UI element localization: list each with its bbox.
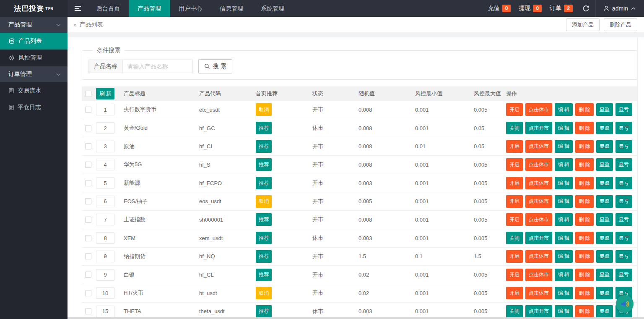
nav-info[interactable]: 信息管理 <box>211 0 252 17</box>
sidebar-item-risk-control[interactable]: 风控管理 <box>0 50 68 66</box>
nav-dashboard[interactable]: 后台首页 <box>88 0 129 17</box>
edit-button[interactable]: 编 辑 <box>555 213 573 226</box>
add-product-button[interactable]: 添加产品 <box>566 18 600 31</box>
show-loss-button[interactable]: 显亏 <box>615 140 632 153</box>
edit-button[interactable]: 编 辑 <box>555 250 573 263</box>
row-checkbox[interactable] <box>85 308 91 314</box>
show-profit-button[interactable]: 显盈 <box>596 177 613 189</box>
sort-input[interactable] <box>96 141 114 152</box>
show-loss-button[interactable]: 显亏 <box>615 122 632 134</box>
delete-button[interactable]: 删 除 <box>575 122 593 134</box>
show-loss-button[interactable]: 显亏 <box>615 103 632 116</box>
row-checkbox[interactable] <box>85 272 91 278</box>
delete-button[interactable]: 删 除 <box>575 305 593 318</box>
edit-button[interactable]: 编 辑 <box>555 232 573 244</box>
delete-product-button[interactable]: 删除产品 <box>604 18 637 31</box>
sort-input[interactable] <box>96 214 114 225</box>
delete-button[interactable]: 删 除 <box>575 103 593 116</box>
show-profit-button[interactable]: 显盈 <box>596 269 613 281</box>
delete-button[interactable]: 删 除 <box>575 287 593 299</box>
show-loss-button[interactable]: 显亏 <box>615 250 632 263</box>
row-checkbox[interactable] <box>85 143 91 149</box>
stat-orders[interactable]: 订单2 <box>550 5 573 12</box>
refresh-icon[interactable] <box>582 5 589 12</box>
show-profit-button[interactable]: 显盈 <box>596 122 613 134</box>
edit-button[interactable]: 编 辑 <box>555 287 573 299</box>
edit-button[interactable]: 编 辑 <box>555 177 573 189</box>
toggle-market-button[interactable]: 点击开市 <box>525 232 552 244</box>
recommend-badge[interactable]: 推荐 <box>256 158 272 171</box>
show-loss-button[interactable]: 显亏 <box>615 269 632 281</box>
show-profit-button[interactable]: 显盈 <box>596 195 613 208</box>
toggle-open-button[interactable]: 开启 <box>506 250 523 263</box>
sidebar-item-product-list[interactable]: 产品列表 <box>0 33 68 50</box>
edit-button[interactable]: 编 辑 <box>555 158 573 171</box>
sidebar-item-trade-flow[interactable]: 交易流水 <box>0 82 68 99</box>
edit-button[interactable]: 编 辑 <box>555 305 573 318</box>
toggle-open-button[interactable]: 开启 <box>506 213 523 226</box>
delete-button[interactable]: 删 除 <box>575 195 593 208</box>
sort-input[interactable] <box>96 196 114 207</box>
sort-input[interactable] <box>96 269 114 281</box>
toggle-open-button[interactable]: 关闭 <box>506 232 523 244</box>
delete-button[interactable]: 删 除 <box>575 269 593 281</box>
select-all-checkbox[interactable] <box>85 91 91 97</box>
show-profit-button[interactable]: 显盈 <box>596 158 613 171</box>
horizontal-scrollbar[interactable] <box>68 317 644 319</box>
row-checkbox[interactable] <box>85 162 91 168</box>
show-profit-button[interactable]: 显盈 <box>596 287 613 299</box>
toggle-market-button[interactable]: 点击休市 <box>525 103 552 116</box>
row-checkbox[interactable] <box>85 198 91 204</box>
product-name-input[interactable] <box>122 60 193 73</box>
delete-button[interactable]: 删 除 <box>575 177 593 189</box>
toggle-open-button[interactable]: 开启 <box>506 269 523 281</box>
toggle-market-button[interactable]: 点击休市 <box>525 269 552 281</box>
sidebar-group-order[interactable]: 订单管理 <box>0 66 68 82</box>
toggle-open-button[interactable]: 开启 <box>506 195 523 208</box>
recommend-badge[interactable]: 推荐 <box>256 269 272 281</box>
user-menu[interactable]: admin <box>595 0 644 17</box>
edit-button[interactable]: 编 辑 <box>555 195 573 208</box>
show-profit-button[interactable]: 显盈 <box>596 305 613 318</box>
audio-notification-button[interactable] <box>616 295 634 313</box>
sort-input[interactable] <box>96 104 114 115</box>
stat-recharge[interactable]: 充值0 <box>488 5 511 12</box>
toggle-open-button[interactable]: 开启 <box>506 158 523 171</box>
toggle-market-button[interactable]: 点击休市 <box>525 213 552 226</box>
recommend-badge[interactable]: 取消 <box>256 103 272 116</box>
toggle-market-button[interactable]: 点击休市 <box>525 158 552 171</box>
toggle-open-button[interactable]: 开启 <box>506 103 523 116</box>
recommend-badge[interactable]: 推荐 <box>256 305 272 318</box>
show-profit-button[interactable]: 显盈 <box>596 250 613 263</box>
show-loss-button[interactable]: 显亏 <box>615 177 632 189</box>
recommend-badge[interactable]: 推荐 <box>256 213 272 226</box>
recommend-badge[interactable]: 推荐 <box>256 177 272 189</box>
recommend-badge[interactable]: 推荐 <box>256 122 272 134</box>
app-logo[interactable]: 法巴投资TP6 <box>0 0 68 17</box>
sidebar-item-close-log[interactable]: 平仓日志 <box>0 99 68 116</box>
sidebar-group-product[interactable]: 产品管理 <box>0 17 68 33</box>
row-checkbox[interactable] <box>85 180 91 186</box>
recommend-badge[interactable]: 推荐 <box>256 232 272 244</box>
sort-input[interactable] <box>96 287 114 299</box>
show-profit-button[interactable]: 显盈 <box>596 140 613 153</box>
row-checkbox[interactable] <box>85 125 91 131</box>
recommend-badge[interactable]: 推荐 <box>256 250 272 263</box>
row-checkbox[interactable] <box>85 217 91 223</box>
edit-button[interactable]: 编 辑 <box>555 140 573 153</box>
menu-collapse-icon[interactable] <box>68 0 88 17</box>
recommend-badge[interactable]: 取消 <box>256 195 272 208</box>
delete-button[interactable]: 删 除 <box>575 232 593 244</box>
sort-input[interactable] <box>96 306 114 317</box>
show-loss-button[interactable]: 显亏 <box>615 158 632 171</box>
sort-input[interactable] <box>96 122 114 134</box>
toggle-open-button[interactable]: 关闭 <box>506 305 523 318</box>
delete-button[interactable]: 删 除 <box>575 158 593 171</box>
show-loss-button[interactable]: 显亏 <box>615 213 632 226</box>
toggle-market-button[interactable]: 点击开市 <box>525 305 552 318</box>
show-loss-button[interactable]: 显亏 <box>615 195 632 208</box>
toggle-market-button[interactable]: 点击休市 <box>525 250 552 263</box>
stat-withdraw[interactable]: 提现0 <box>519 5 542 12</box>
nav-system[interactable]: 系统管理 <box>252 0 293 17</box>
toggle-open-button[interactable]: 开启 <box>506 177 523 189</box>
